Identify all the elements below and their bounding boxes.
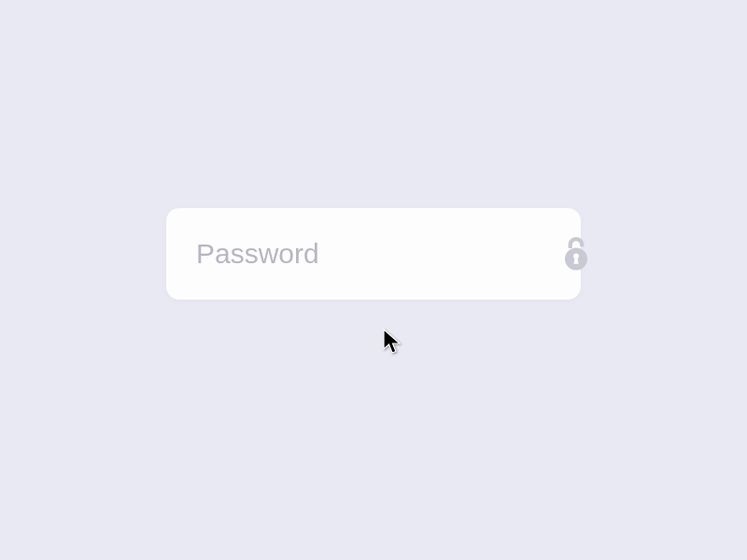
unlock-icon — [562, 237, 590, 271]
password-input[interactable] — [196, 238, 551, 270]
cursor-icon — [383, 329, 402, 355]
password-input-container — [166, 208, 581, 300]
